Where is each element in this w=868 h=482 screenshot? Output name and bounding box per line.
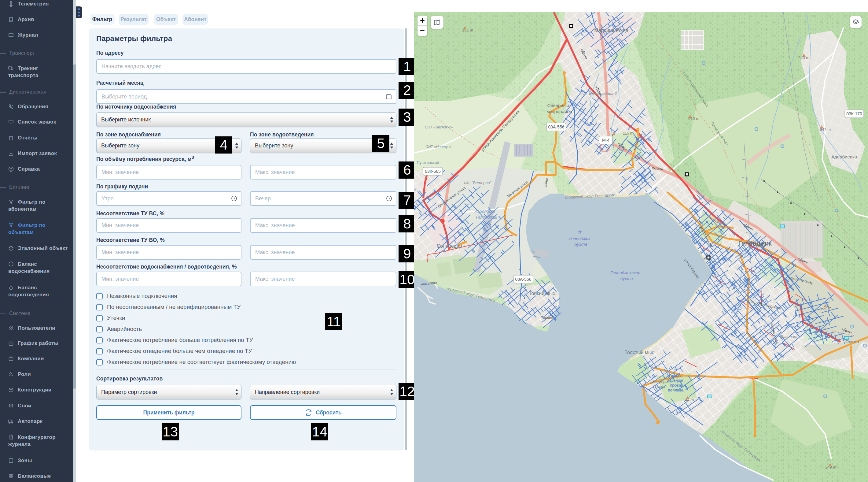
svg-text:Геленджик: Геленджик — [738, 239, 772, 247]
svg-text:567 m: 567 m — [820, 306, 831, 310]
svg-text:Геленджик: Геленджик — [569, 236, 591, 241]
svg-text:610 m: 610 m — [688, 116, 699, 121]
svg-text:по улице.: по улице. — [668, 388, 684, 392]
svg-text:Тонкий мыс: Тонкий мыс — [529, 291, 555, 296]
svg-text:Геленджикская: Геленджикская — [610, 271, 641, 275]
svg-text:115 m: 115 m — [623, 131, 633, 136]
svg-text:Парус: Парус — [655, 385, 665, 389]
svg-text:Гараж: Гараж — [669, 373, 679, 378]
svg-text:М-4: М-4 — [602, 138, 610, 143]
svg-text:161 m: 161 m — [462, 28, 473, 32]
svg-text:с/т "Ветеран": с/т "Ветеран" — [464, 180, 492, 185]
svg-text:Толстый мыс: Толстый мыс — [624, 350, 654, 355]
svg-text:Олимп: Олимп — [845, 339, 859, 344]
svg-text:Геленджик: Геленджик — [476, 215, 498, 220]
svg-text:Бухта: Бухта — [574, 242, 587, 247]
svg-text:Марьина Роща: Марьина Роща — [594, 28, 628, 33]
svg-text:Аэропорт: Аэропорт — [474, 209, 495, 214]
svg-text:перекрыт: перекрыт — [668, 378, 684, 382]
svg-text:проезд: проезд — [670, 383, 682, 388]
svg-text:Солнцедар: Солнцедар — [437, 244, 462, 249]
svg-text:647 m: 647 m — [820, 127, 831, 132]
svg-text:03А-556: 03А-556 — [515, 277, 531, 282]
svg-text:03К-565: 03К-565 — [425, 169, 441, 174]
svg-text:СНТ «Лесник-2»: СНТ «Лесник-2» — [425, 125, 453, 130]
svg-text:✈: ✈ — [578, 229, 582, 235]
svg-text:Тонкий: Тонкий — [541, 315, 554, 320]
svg-text:144 m: 144 m — [683, 398, 694, 402]
svg-text:СНТ «Нептун»: СНТ «Нептун» — [426, 145, 452, 149]
svg-text:Северный: Северный — [547, 103, 569, 108]
svg-text:⌂: ⌂ — [674, 367, 676, 372]
svg-text:бухта: бухта — [620, 276, 633, 281]
svg-text:микрорайон: микрорайон — [547, 109, 572, 114]
svg-text:Адербиевка: Адербиевка — [831, 154, 857, 159]
svg-text:243 m: 243 m — [798, 55, 809, 60]
svg-text:249 m: 249 m — [825, 465, 836, 470]
svg-text:Магилат: Магилат — [780, 334, 797, 339]
svg-text:03А-556: 03А-556 — [548, 124, 564, 130]
svg-text:Пушкинский: Пушкинский — [416, 160, 439, 165]
svg-text:03К-170: 03К-170 — [846, 111, 862, 116]
